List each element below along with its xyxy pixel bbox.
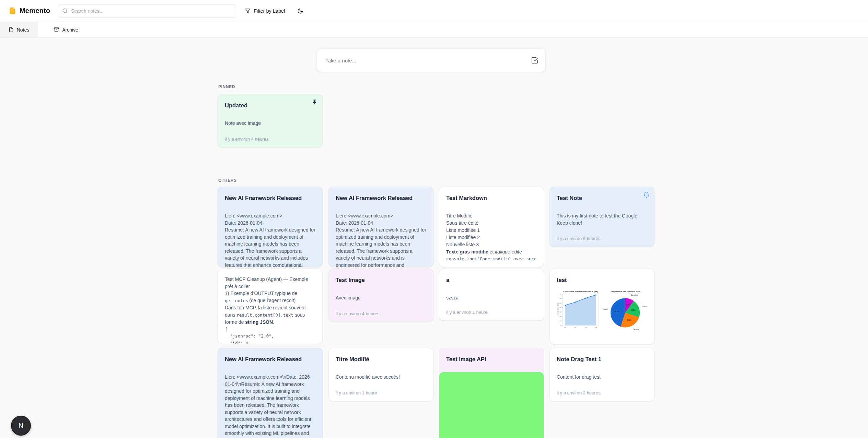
note-title: Test Note [557, 194, 647, 202]
note-timestamp: il y a environ 1 heure [336, 386, 426, 395]
note-content: Avec image [336, 294, 426, 301]
svg-text:Q4: Q4 [595, 327, 597, 328]
note-timestamp: il y a environ 6 heures [557, 231, 647, 241]
note-timestamp: il y a environ 2 heures [557, 386, 647, 395]
pin-icon[interactable] [311, 99, 318, 105]
svg-text:20: 20 [560, 316, 562, 317]
note-title: Note Drag Test 1 [557, 355, 647, 363]
note-title: test [557, 276, 647, 284]
tab-bar: Notes Archive [0, 22, 868, 38]
tab-archive-label: Archive [62, 27, 78, 33]
plain-text: (ce que l’agent reçoit) [248, 298, 296, 303]
code-line: console.log("Code modifié avec succès!") [446, 256, 537, 263]
note-card-test-charts[interactable]: test Croissance Trimestrielle du CA (M€)… [549, 269, 655, 344]
note-card-new-ai-3[interactable]: New AI Framework Released Lien: <www.exa… [218, 348, 323, 438]
plain-text: 1) Exemple d’OUTPUT typique de [225, 291, 297, 296]
svg-text:Consulting: Consulting [630, 294, 638, 296]
note-content: Lien: <www.example.com>\nDate: 2026-01-0… [225, 374, 315, 438]
tab-notes[interactable]: Notes [0, 22, 38, 37]
avatar-initial: N [19, 422, 23, 430]
note-card-test-image[interactable]: Test Image Avec image il y a environ 4 h… [328, 269, 433, 322]
theme-toggle-button[interactable] [297, 8, 303, 14]
svg-text:50: 50 [560, 302, 562, 304]
note-content: Titre Modifié Sous-titre édité Liste mod… [446, 212, 537, 263]
note-title: Updated [225, 101, 315, 109]
user-avatar[interactable]: N [11, 416, 31, 436]
search-icon [62, 8, 68, 14]
note-card-test-note[interactable]: Test Note This is my first note to test … [549, 187, 655, 247]
svg-text:45.0%: 45.0% [615, 311, 619, 312]
take-a-note-input[interactable] [325, 58, 531, 63]
note-timestamp: il y a environ 4 heures [225, 132, 315, 142]
bold-text: Texte gras modifié [446, 249, 488, 254]
new-checklist-button[interactable] [531, 57, 539, 64]
note-composer[interactable] [317, 49, 546, 72]
markdown-line: Liste modifiée 2 [446, 234, 537, 241]
note-title: Test Image [336, 276, 426, 284]
note-timestamp: il y a environ 4 heures [336, 306, 426, 316]
plain-text: . [273, 319, 274, 325]
svg-text:Croissance Trimestrielle du CA: Croissance Trimestrielle du CA (M€) [563, 291, 598, 293]
svg-text:Services: Services [633, 329, 639, 330]
note-content: Test MCP Cleanup (Agent) — Exemple prêt … [225, 276, 315, 344]
code-line: "jsonrpc": "2.0", [225, 333, 315, 340]
note-content: Lien: <www.example.com> Date: 2026-01-04… [225, 212, 315, 267]
app-header: Memento Filter by Label [0, 0, 868, 22]
svg-text:Répartition des Revenus 2024: Répartition des Revenus 2024 [611, 291, 640, 293]
markdown-line: Titre Modifié [446, 212, 537, 220]
note-card-test-image-api[interactable]: Test Image API [439, 348, 544, 438]
note-content: Contenu modifié avec succès! [336, 374, 426, 381]
italic-text: italique édité [495, 249, 522, 254]
svg-text:30: 30 [560, 311, 562, 313]
note-card-updated[interactable]: Updated Note avec image il y a environ 4… [218, 94, 323, 147]
tab-notes-label: Notes [17, 27, 30, 33]
note-image-attachments: Croissance Trimestrielle du CA (M€)01020… [557, 289, 647, 332]
note-card-test-markdown[interactable]: Test Markdown Titre Modifié Sous-titre é… [439, 187, 544, 267]
revenue-split-pie-chart: Répartition des Revenus 202410.0%Consult… [603, 289, 647, 332]
svg-text:10: 10 [560, 320, 562, 322]
note-card-mcp-cleanup[interactable]: Test MCP Cleanup (Agent) — Exemple prêt … [218, 269, 323, 344]
code-line: "id": 4,… [225, 340, 315, 344]
app-title: Memento [20, 7, 50, 15]
pinned-section-label: PINNED [218, 84, 235, 89]
revenue-growth-area-chart: Croissance Trimestrielle du CA (M€)01020… [557, 289, 601, 332]
archive-icon [54, 27, 59, 32]
note-timestamp: il y a environ 1 heure [446, 305, 537, 315]
svg-text:Q3: Q3 [585, 327, 587, 328]
note-card-a[interactable]: a szsza il y a environ 1 heure [439, 269, 544, 321]
svg-text:Licences: Licences [642, 306, 647, 307]
filter-by-label-button[interactable]: Filter by Label [245, 8, 285, 14]
app-logo: Memento [9, 7, 50, 15]
note-content: Note avec image [225, 120, 315, 127]
search-box[interactable] [58, 4, 236, 18]
moon-icon [297, 8, 303, 14]
svg-text:Chiffre d'affaires (M€): Chiffre d'affaires (M€) [557, 303, 559, 316]
bell-icon[interactable] [643, 191, 650, 198]
file-icon [9, 27, 14, 32]
svg-text:40: 40 [560, 307, 562, 308]
tab-archive[interactable]: Archive [38, 22, 94, 37]
others-section-label: OTHERS [218, 178, 237, 183]
note-card-titre-modifie[interactable]: Titre Modifié Contenu modifié avec succè… [328, 348, 433, 401]
plain-text: et [488, 249, 495, 254]
note-title: Test Image API [446, 355, 537, 363]
svg-text:60: 60 [560, 298, 562, 299]
note-title: a [446, 276, 537, 284]
svg-text:Q1: Q1 [564, 327, 566, 328]
note-title: Test Markdown [446, 194, 537, 202]
note-content: Lien: <www.example.com> Date: 2026-01-04… [336, 212, 426, 267]
markdown-line: Nouvelle liste 3 [446, 241, 537, 248]
note-title: New AI Framework Released [225, 194, 315, 202]
search-input[interactable] [71, 8, 232, 14]
inline-code: get_notes [225, 298, 248, 303]
markdown-line: Liste modifiée 1 [446, 227, 537, 234]
svg-text:25.0%: 25.0% [627, 319, 631, 321]
note-title: New AI Framework Released [225, 355, 315, 363]
note-card-new-ai-1[interactable]: New AI Framework Released Lien: <www.exa… [218, 187, 323, 267]
note-card-note-drag-test[interactable]: Note Drag Test 1 Content for drag test i… [549, 348, 655, 401]
code-line: { [225, 326, 315, 333]
markdown-line-formatted: Texte gras modifié et italique édité [446, 248, 537, 256]
note-title: Titre Modifié [336, 355, 426, 363]
note-card-new-ai-2[interactable]: New AI Framework Released Lien: <www.exa… [328, 187, 433, 267]
plain-text: Test MCP Cleanup (Agent) — Exemple prêt … [225, 276, 308, 289]
